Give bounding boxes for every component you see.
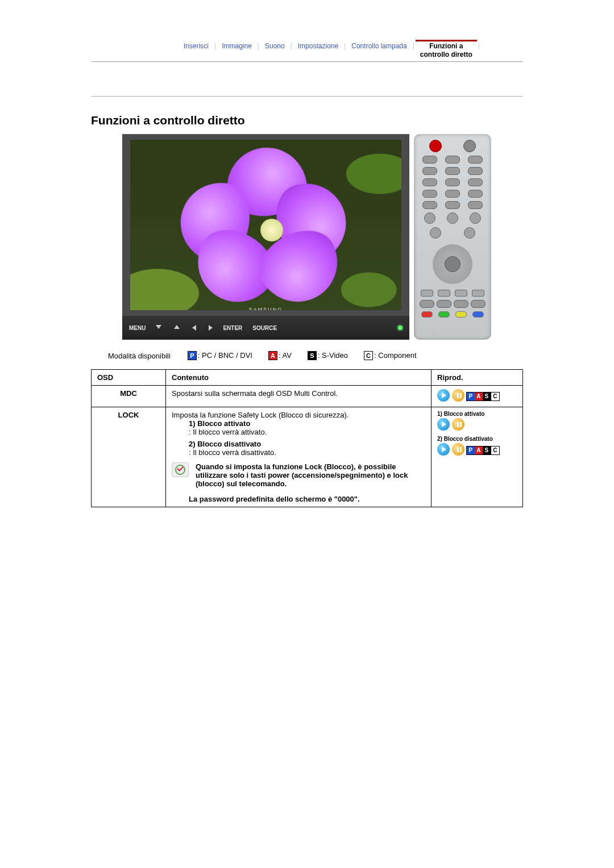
source-button[interactable]: SOURCE	[252, 325, 277, 331]
legend-c: : Component	[374, 351, 416, 360]
tab-inserisci[interactable]: Inserisci	[179, 40, 213, 52]
down-icon[interactable]	[156, 325, 161, 329]
dpad-icon[interactable]	[433, 244, 472, 284]
section-title: Funzioni a controllo diretto	[91, 114, 523, 127]
blue-pill-icon[interactable]	[472, 311, 484, 318]
tab-separator: |	[289, 40, 293, 52]
play-icon[interactable]	[437, 389, 450, 402]
legend-p: : PC / BNC / DVI	[198, 351, 252, 360]
content-mdc: Spostarsi sulla schermata degli OSD Mult…	[166, 386, 432, 407]
osd-lock: LOCK	[92, 407, 166, 507]
monitor-brand: SAMSUNG	[249, 307, 283, 312]
remote-button[interactable]	[468, 201, 483, 209]
remote-button[interactable]	[472, 290, 484, 297]
remote-button[interactable]	[437, 300, 451, 308]
remote-button[interactable]	[430, 227, 441, 239]
play-icon[interactable]	[437, 443, 450, 456]
pause-icon[interactable]	[452, 418, 464, 431]
remote-button[interactable]	[468, 190, 483, 198]
remote-button[interactable]	[470, 212, 481, 224]
badge-s-icon: S	[308, 351, 317, 360]
badge-c-icon: C	[364, 351, 373, 360]
table-row: LOCK Imposta la funzione Safety Lock (Bl…	[92, 407, 523, 507]
remote-button[interactable]	[445, 201, 460, 209]
green-pill-icon[interactable]	[438, 311, 450, 318]
tab-bar: Inserisci | Immagine | Suono | Impostazi…	[91, 40, 523, 62]
riprod-lab2: 2) Blocco disattivato	[437, 436, 517, 442]
content-lock: Imposta la funzione Safety Lock (Blocco …	[166, 407, 432, 507]
tab-impostazione[interactable]: Impostazione	[293, 40, 343, 52]
remote-button[interactable]	[421, 290, 433, 297]
lock-opt2-desc: : Il blocco verrà disattivato.	[189, 448, 425, 457]
table-header-row: OSD Contenuto Riprod.	[92, 370, 523, 386]
play-icon[interactable]	[437, 418, 450, 431]
pasc-badges: PASC	[466, 446, 500, 455]
remote-button[interactable]	[445, 156, 460, 164]
tab-separator: |	[343, 40, 347, 52]
remote-button[interactable]	[445, 190, 460, 198]
tab-separator: |	[477, 40, 481, 52]
red-pill-icon[interactable]	[421, 311, 433, 318]
hero-illustration: SAMSUNG MENU ENTER SOURCE	[122, 134, 492, 340]
remote-button[interactable]	[422, 178, 437, 186]
remote-button[interactable]	[468, 178, 483, 186]
badge-p-icon: P	[188, 351, 197, 360]
table-row: MDC Spostarsi sulla schermata degli OSD …	[92, 386, 523, 407]
riprod-mdc: PASC	[432, 386, 523, 407]
menu-button[interactable]: MENU	[129, 325, 146, 331]
remote-button[interactable]	[422, 156, 437, 164]
power-on-icon[interactable]	[429, 140, 442, 152]
lock-opt2-title: 2) Blocco disattivato	[189, 440, 425, 448]
lock-opt1-title: 1) Blocco attivato	[189, 419, 425, 428]
badge-a-icon: A	[268, 351, 277, 360]
remote-button[interactable]	[422, 167, 437, 175]
remote-button[interactable]	[445, 167, 460, 175]
monitor-button-panel: MENU ENTER SOURCE	[122, 316, 409, 340]
yellow-pill-icon[interactable]	[455, 311, 467, 318]
remote-button[interactable]	[422, 190, 437, 198]
remote-button[interactable]	[445, 178, 460, 186]
remote-button[interactable]	[420, 300, 434, 308]
legend-s: : S-Video	[318, 351, 348, 360]
power-off-icon[interactable]	[463, 140, 476, 152]
lock-password: La password predefinita dello schermo è …	[189, 495, 425, 503]
remote-button[interactable]	[471, 300, 486, 308]
remote-control	[414, 134, 491, 340]
osd-table: OSD Contenuto Riprod. MDC Spostarsi sull…	[91, 369, 523, 507]
osd-mdc: MDC	[92, 386, 166, 407]
mode-legend: Modalità disponibili P: PC / BNC / DVI A…	[108, 351, 523, 360]
power-led-icon	[398, 326, 403, 330]
enter-button[interactable]: ENTER	[223, 325, 242, 331]
tab-separator: |	[412, 40, 416, 52]
left-icon[interactable]	[192, 325, 196, 331]
legend-label: Modalità disponibili	[108, 352, 171, 360]
lock-opt1-desc: : Il blocco verrà attivato.	[189, 428, 425, 436]
remote-button[interactable]	[468, 167, 483, 175]
remote-button[interactable]	[438, 290, 450, 297]
pause-icon[interactable]	[452, 389, 464, 402]
legend-a: : AV	[279, 351, 292, 360]
remote-button[interactable]	[454, 300, 468, 308]
tab-suono[interactable]: Suono	[260, 40, 289, 52]
remote-button[interactable]	[447, 212, 458, 224]
lock-intro: Imposta la funzione Safety Lock (Blocco …	[172, 411, 425, 419]
tab-separator: |	[213, 40, 217, 52]
riprod-lock: 1) Blocco attivato 2) Blocco disattivato…	[432, 407, 523, 507]
right-icon[interactable]	[209, 325, 213, 331]
remote-button[interactable]	[468, 156, 483, 164]
remote-button[interactable]	[455, 290, 467, 297]
riprod-lab1: 1) Blocco attivato	[437, 411, 517, 417]
pause-icon[interactable]	[452, 443, 464, 456]
tab-funzioni-active[interactable]: Funzioni acontrollo diretto	[416, 40, 477, 61]
remote-button[interactable]	[464, 227, 475, 239]
tab-controllo-lampada[interactable]: Controllo lampada	[347, 40, 411, 52]
tab-immagine[interactable]: Immagine	[217, 40, 256, 52]
remote-button[interactable]	[424, 212, 435, 224]
lock-note: Quando si imposta la funzione Lock (Bloc…	[196, 462, 425, 488]
th-content: Contenuto	[166, 370, 432, 386]
note-icon	[172, 462, 189, 477]
th-riprod: Riprod.	[432, 370, 523, 386]
up-icon[interactable]	[174, 325, 180, 329]
monitor-screen: SAMSUNG	[122, 134, 409, 316]
remote-button[interactable]	[422, 201, 437, 209]
